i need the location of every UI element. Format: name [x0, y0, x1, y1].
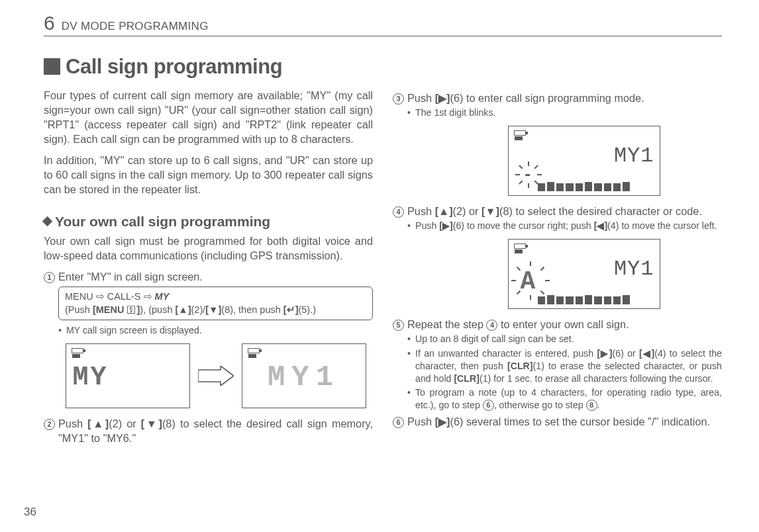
lcd-scale — [538, 182, 631, 191]
lcd-row-1: MY MY1 — [58, 343, 373, 408]
circled-number-icon: 8 — [586, 400, 597, 411]
bullet-my-displayed: •MY call sign screen is displayed. — [58, 324, 373, 337]
page: 6 DV MODE PROGRAMMING Call sign programm… — [0, 0, 759, 532]
lcd-right-seg: MY1 — [614, 144, 654, 168]
intro-paragraph-1: Four types of current call sign memory a… — [44, 88, 373, 146]
step-5: 5 Repeat the step 4 to enter your own ca… — [393, 317, 722, 332]
subsection-body: Your own call sign must be programmed fo… — [44, 234, 373, 263]
section-title-text: Call sign programming — [66, 55, 282, 78]
step-3-text: Push [▶](6) to enter call sign programmi… — [407, 91, 722, 105]
chapter-title: DV MODE PROGRAMMING — [62, 20, 209, 33]
step-6: 6 Push [▶](6) several times to set the c… — [393, 414, 722, 429]
lcd-display-my: MY — [66, 343, 190, 408]
menu-path-line-2: (Push [MENU ⚿]), (push [▲](2)/[▼](8), th… — [65, 304, 366, 317]
step-3: 3 Push [▶](6) to enter call sign program… — [393, 91, 722, 105]
lcd-scale — [538, 295, 631, 304]
page-number: 36 — [24, 506, 36, 519]
lcd-right-seg: MY1 — [614, 257, 654, 281]
arrow-icon: ⇨ — [96, 291, 105, 302]
two-column-layout: Four types of current call sign memory a… — [44, 88, 722, 447]
step-2: 2 Push [▲](2) or [▼](8) to select the de… — [44, 416, 373, 445]
bullet-cursor-move: • Push [▶](6) to move the cursor right; … — [407, 220, 722, 232]
svg-marker-0 — [198, 366, 234, 386]
circled-number-icon: 6 — [393, 417, 404, 428]
diamond-bullet-icon — [42, 216, 53, 227]
lcd-display-blink: - MY1 — [508, 126, 660, 196]
step-2-text: Push [▲](2) or [▼](8) to select the desi… — [58, 416, 373, 445]
step-4: 4 Push [▲](2) or [▼](8) to select the de… — [393, 204, 722, 218]
lcd-row-a: A MY1 — [446, 239, 722, 309]
lcd-display-a: A MY1 — [508, 239, 660, 309]
circled-number-icon: 5 — [393, 320, 404, 331]
key-icon: ⚿ — [126, 304, 136, 315]
arrow-icon: ⇨ — [144, 291, 152, 302]
step-1-text: Enter "MY" in call sign screen. — [58, 269, 373, 284]
menu-path-box: MENU ⇨ CALL-S ⇨ MY (Push [MENU ⚿]), (pus… — [58, 287, 373, 320]
chapter-header: 6 DV MODE PROGRAMMING — [44, 12, 722, 36]
circled-number-icon: 1 — [44, 272, 55, 283]
menu-path-line-1: MENU ⇨ CALL-S ⇨ MY — [65, 290, 366, 304]
step-5-text: Repeat the step 4 to enter your own call… — [407, 317, 722, 332]
circled-number-icon: 3 — [393, 93, 404, 105]
step-6-text: Push [▶](6) several times to set the cur… — [407, 414, 722, 429]
circled-number-icon: 4 — [486, 320, 497, 331]
right-arrow-icon — [198, 366, 234, 386]
lcd-row-blink: - MY1 — [446, 126, 722, 196]
battery-icon — [248, 348, 260, 361]
circled-number-icon: 2 — [44, 419, 55, 430]
step-4-text: Push [▲](2) or [▼](8) to select the desi… — [407, 204, 722, 218]
bullet-program-note: • To program a note (up to 4 characters,… — [407, 386, 722, 412]
bullet-unwanted-char: • If an unwanted character is entered, p… — [407, 347, 722, 386]
bullet-first-digit-blinks: •The 1st digit blinks. — [407, 107, 722, 119]
left-column: Four types of current call sign memory a… — [44, 88, 373, 447]
subsection-title-text: Your own call sign programming — [55, 214, 270, 229]
right-column: 3 Push [▶](6) to enter call sign program… — [393, 88, 722, 447]
battery-icon — [514, 130, 526, 143]
step-1: 1 Enter "MY" in call sign screen. — [44, 269, 373, 284]
chapter-number: 6 — [44, 12, 55, 34]
lcd-text: MY — [73, 363, 109, 392]
square-bullet-icon — [44, 58, 60, 75]
lcd-blink-char: - — [523, 166, 532, 184]
section-title: Call sign programming — [44, 55, 722, 79]
bullet-8-digit: •Up to an 8 digit of call sign can be se… — [407, 333, 722, 345]
lcd-a-char: A — [521, 267, 536, 296]
intro-paragraph-2: In addition, "MY" can store up to 6 call… — [44, 153, 373, 197]
lcd-display-my1: MY1 — [242, 343, 366, 408]
subsection-title: Your own call sign programming — [44, 214, 373, 230]
circled-number-icon: 4 — [393, 206, 404, 218]
lcd-ghost-text: MY1 — [268, 361, 340, 394]
battery-icon — [72, 348, 83, 361]
battery-icon — [514, 244, 526, 256]
circled-number-icon: 6 — [483, 400, 494, 411]
